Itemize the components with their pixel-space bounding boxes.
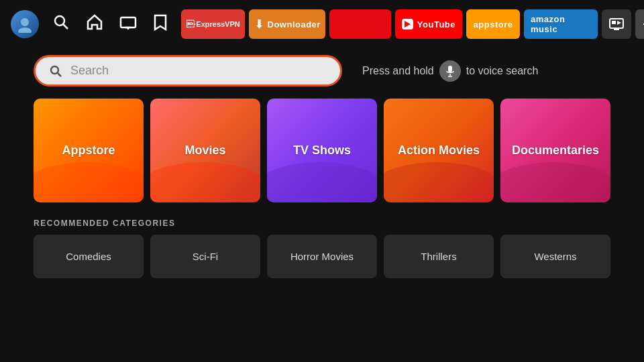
search-nav-icon[interactable] (50, 11, 72, 38)
appstore-label: appstore (474, 19, 513, 29)
tile-appstore-label: Appstore (62, 143, 115, 158)
tile-action-label: Action Movies (398, 143, 480, 158)
voice-hint-suffix: to voice search (466, 65, 539, 77)
recommended-title: RECOMMENDED CATEGORIES (34, 219, 610, 228)
svg-marker-11 (617, 21, 621, 25)
tv-icon[interactable] (117, 11, 140, 38)
rec-scifi-label: Sci-Fi (193, 251, 218, 262)
microphone-icon (445, 65, 455, 77)
tile-action-movies[interactable]: Action Movies (384, 99, 494, 202)
home-icon[interactable] (83, 11, 106, 38)
nav-left-icons (11, 10, 170, 38)
bookmark-icon[interactable] (150, 11, 170, 38)
recommended-section: RECOMMENDED CATEGORIES Comedies Sci-Fi H… (0, 208, 644, 284)
app-shortcuts: · ExpressVPN ⬇ Downloader NETFLIX YouTu… (181, 9, 644, 39)
expressvpn-text: ExpressVPN (196, 20, 239, 28)
svg-point-13 (51, 66, 58, 74)
appstore-app[interactable]: appstore (466, 9, 520, 39)
rec-tile-scifi[interactable]: Sci-Fi (150, 235, 260, 278)
downloader-icon: ⬇ (254, 17, 264, 32)
svg-point-2 (55, 16, 64, 25)
rec-tile-comedies[interactable]: Comedies (34, 235, 144, 278)
rec-thrillers-label: Thrillers (421, 251, 456, 262)
tiles-row: Appstore Movies TV Shows Action Movies D… (34, 99, 610, 202)
netflix-app[interactable]: NETFLIX (329, 9, 391, 39)
rec-tile-thrillers[interactable]: Thrillers (384, 235, 494, 278)
rec-comedies-label: Comedies (66, 251, 111, 262)
svg-rect-4 (121, 17, 136, 27)
screenmirror-icon (608, 16, 625, 32)
svg-line-14 (58, 73, 61, 76)
avatar[interactable] (11, 10, 39, 38)
youtube-label: YouTube (417, 19, 455, 29)
mic-icon[interactable] (439, 60, 461, 82)
tile-appstore[interactable]: Appstore (34, 99, 144, 202)
youtube-play-icon (402, 19, 413, 29)
search-icon (49, 64, 62, 78)
voice-search-hint: Press and hold to voice search (362, 60, 538, 82)
rec-horror-label: Horror Movies (290, 251, 354, 262)
svg-point-0 (21, 18, 29, 26)
youtube-app[interactable]: YouTube (395, 9, 462, 39)
rec-westerns-label: Westerns (534, 251, 576, 262)
search-placeholder-text: Search (70, 64, 109, 78)
tile-tvshows-label: TV Shows (293, 143, 351, 158)
svg-rect-10 (612, 21, 616, 24)
search-section: Search Press and hold to voice search (0, 48, 644, 93)
expressvpn-label: · (186, 20, 197, 28)
svg-point-1 (18, 27, 32, 33)
rec-tile-horror[interactable]: Horror Movies (267, 235, 377, 278)
svg-line-3 (64, 25, 68, 29)
screenmirror-app[interactable] (602, 9, 631, 39)
netflix-label: NETFLIX (335, 17, 386, 32)
settings-app[interactable] (635, 9, 644, 39)
search-bar[interactable]: Search (34, 55, 342, 86)
tile-tvshows[interactable]: TV Shows (267, 99, 377, 202)
recommended-row: Comedies Sci-Fi Horror Movies Thrillers … (34, 235, 610, 278)
expressvpn-app[interactable]: · ExpressVPN (181, 9, 245, 39)
downloader-label: Downloader (268, 19, 321, 29)
amazon-music-app[interactable]: amazon music (524, 9, 598, 39)
downloader-app[interactable]: ⬇ Downloader (249, 9, 325, 39)
tile-movies-label: Movies (184, 143, 225, 158)
svg-rect-15 (448, 66, 452, 72)
category-tiles: Appstore Movies TV Shows Action Movies D… (0, 93, 644, 208)
voice-hint-prefix: Press and hold (362, 65, 434, 77)
tile-movies[interactable]: Movies (150, 99, 260, 202)
amazon-music-label: amazon music (531, 14, 591, 34)
tile-documentaries-label: Documentaries (512, 143, 599, 158)
tile-documentaries[interactable]: Documentaries (500, 99, 610, 202)
rec-tile-westerns[interactable]: Westerns (500, 235, 610, 278)
top-nav: · ExpressVPN ⬇ Downloader NETFLIX YouTu… (0, 0, 644, 48)
